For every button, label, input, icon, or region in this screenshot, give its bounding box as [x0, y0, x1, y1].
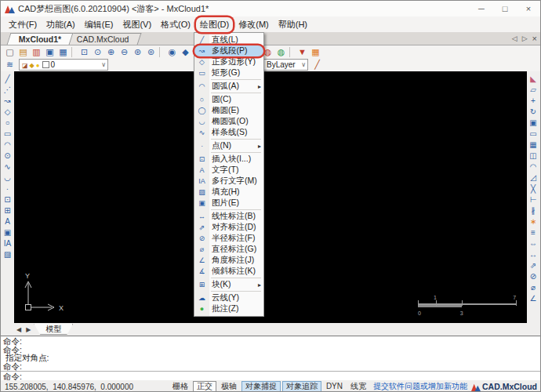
draw-point-icon[interactable]: ∙ — [2, 183, 14, 194]
tab-close-icon[interactable]: × — [532, 34, 537, 43]
status-toggle-DYN[interactable]: DYN — [323, 382, 346, 391]
drawing-canvas[interactable]: Y X 1703 — [14, 71, 527, 323]
new-file-icon[interactable]: ▢ — [3, 46, 16, 58]
dim-radius-icon[interactable]: ⊘ — [527, 271, 539, 282]
draw-menu-item-批注(Z)[interactable]: ●批注(Z) — [194, 303, 263, 314]
draw-menu-item-样条线(S)[interactable]: ∿样条线(S) — [194, 127, 263, 138]
zoom-in-icon[interactable]: ⊕ — [104, 46, 118, 58]
copy-icon[interactable]: ▱ — [527, 85, 539, 96]
draw-spline-icon[interactable]: ∿ — [2, 162, 14, 172]
draw-menu-item-倾斜标注(K)[interactable]: ∡倾斜标注(K) — [194, 266, 263, 277]
web-share-green-icon[interactable]: ◍ — [274, 46, 288, 58]
tab-scroll-left-icon[interactable]: ◁ — [512, 34, 517, 42]
minimize-button[interactable]: ─ — [470, 1, 493, 16]
draw-menu-item-正多边形(Y)[interactable]: ◇正多边形(Y) — [194, 56, 263, 67]
draw-menu-item-直线(L)[interactable]: ╱直线(L) — [194, 34, 263, 45]
break-icon[interactable]: ∦ — [527, 205, 539, 216]
draw-menu-item-半径标注(F)[interactable]: ⊘半径标注(F) — [194, 233, 263, 244]
draw-text-icon[interactable]: A — [2, 216, 14, 227]
draw-menu-item-点(N)[interactable]: ∙点(N)▸ — [194, 140, 263, 151]
save-icon[interactable]: ▣ — [43, 46, 56, 58]
array-icon[interactable]: ▦ — [527, 140, 539, 151]
layout-prev-icon[interactable]: ◀ — [15, 326, 23, 333]
status-toggle-极轴[interactable]: 极轴 — [218, 382, 240, 391]
create-block-icon[interactable]: ⊞ — [2, 205, 14, 216]
draw-mtext-icon[interactable]: IA — [2, 238, 14, 249]
draw-menu-item-填充(H)[interactable]: ▨填充(H) — [194, 187, 263, 198]
trim-icon[interactable]: ╳ — [527, 183, 539, 194]
draw-circle-icon[interactable]: ⊙ — [2, 151, 14, 162]
draw-menu-item-云线(Y)[interactable]: ☁云线(Y) — [194, 292, 263, 303]
document-tab-MxCloud1*[interactable]: MxCloud1* — [7, 33, 74, 45]
draw-menu-item-插入块(I...)[interactable]: ⊡插入块(I...) — [194, 154, 263, 165]
status-toggle-正交[interactable]: 正交 — [193, 381, 216, 392]
close-button[interactable]: × — [517, 1, 540, 16]
menu-item-帮助(H)[interactable]: 帮助(H) — [274, 17, 311, 32]
scale-icon[interactable]: ▣ — [527, 118, 539, 129]
cloud-open-icon[interactable]: ▥ — [30, 46, 43, 58]
draw-menu-item-块(K)[interactable]: ⊞块(K)▸ — [194, 279, 263, 290]
dim-aligned-icon[interactable]: ⇗ — [527, 260, 539, 271]
screenshot-icon[interactable]: ▦ — [309, 46, 322, 58]
draw-xline-icon[interactable]: ⋰ — [2, 85, 14, 96]
lineweight-icon[interactable]: ╱ — [310, 59, 324, 71]
mirror-icon[interactable]: ◫ — [527, 151, 539, 162]
chamfer-icon[interactable]: ◿ — [527, 172, 539, 183]
open-file-icon[interactable]: ▤ — [16, 46, 30, 58]
layer-combobox[interactable]: ◪◆● 0 ∨ — [19, 59, 108, 71]
menu-item-绘图(D)[interactable]: 绘图(D) — [196, 17, 233, 32]
menu-item-文件(F)[interactable]: 文件(F) — [5, 17, 41, 32]
draw-menu-item-直径标注(G)[interactable]: ⌀直径标注(G) — [194, 244, 263, 255]
dim-angular-icon[interactable]: ∠ — [527, 293, 539, 304]
feedback-link[interactable]: 提交软件问题或增加新功能 — [371, 381, 470, 392]
draw-menu-item-对齐标注(D)[interactable]: ⇗对齐标注(D) — [194, 222, 263, 233]
zoom-all-icon[interactable]: ⊚ — [144, 46, 158, 58]
move-icon[interactable]: + — [527, 96, 539, 107]
explode-icon[interactable]: ∗ — [527, 216, 539, 227]
draw-ellipse-icon[interactable]: ○ — [2, 118, 14, 129]
menu-item-视图(V)[interactable]: 视图(V) — [118, 17, 155, 32]
erase-icon[interactable]: ◣ — [527, 74, 539, 85]
status-toggle-对象捕捉[interactable]: 对象捕捉 — [241, 381, 281, 392]
document-tab-CAD.MxCloud[interactable]: CAD.MxCloud — [65, 33, 141, 45]
draw-menu-item-文字(T)[interactable]: A文字(T) — [194, 165, 263, 176]
insert-block-icon[interactable]: ⊡ — [2, 194, 14, 205]
draw-polyline-icon[interactable]: ↝ — [2, 96, 14, 107]
draw-menu-item-图片(E)[interactable]: ▣图片(E) — [194, 198, 263, 209]
dim-linear-icon[interactable]: ↔ — [527, 249, 539, 260]
draw-menu-item-圆(C)[interactable]: ○圆(C) — [194, 94, 263, 105]
layout-next-icon[interactable]: ▶ — [24, 326, 32, 333]
zoom-extents-icon[interactable]: ⊛ — [131, 46, 144, 58]
draw-line-icon[interactable]: ╱ — [2, 74, 14, 85]
insert-image-icon[interactable]: ▣ — [2, 227, 14, 238]
lengthen-icon[interactable]: ⇔ — [527, 238, 539, 249]
menu-item-格式(O)[interactable]: 格式(O) — [157, 17, 194, 32]
dim-diameter-icon[interactable]: ⌀ — [527, 282, 539, 293]
find-icon[interactable]: ◉ — [165, 46, 179, 58]
brush-icon[interactable]: ◆ — [179, 46, 192, 58]
export-pdf-icon[interactable]: ▼ — [296, 46, 309, 58]
draw-ellipse-arc-icon[interactable]: ◡ — [2, 172, 14, 183]
menu-item-功能(A)[interactable]: 功能(A) — [42, 17, 79, 32]
rotate-icon[interactable]: ↻ — [527, 107, 539, 118]
status-toggle-线宽[interactable]: 线宽 — [347, 382, 369, 391]
extend-icon[interactable]: ⊢ — [527, 194, 539, 205]
maximize-button[interactable]: □ — [493, 1, 517, 16]
draw-polygon-icon[interactable]: ◇ — [2, 107, 14, 118]
draw-arc-icon[interactable]: ◠ — [2, 140, 14, 151]
stretch-icon[interactable]: ▭ — [527, 129, 539, 140]
draw-menu-item-圆弧(A)[interactable]: ◠圆弧(A)▸ — [194, 81, 263, 92]
draw-menu-item-角度标注(J)[interactable]: ∠角度标注(J) — [194, 255, 263, 266]
draw-menu-item-多行文字(M)[interactable]: IA多行文字(M) — [194, 176, 263, 187]
zoom-dynamic-icon[interactable]: ⊙ — [91, 46, 104, 58]
draw-menu-item-椭圆(E)[interactable]: ◯椭圆(E) — [194, 105, 263, 116]
draw-menu-item-多线段(P)[interactable]: ↝多线段(P) — [194, 45, 263, 56]
zoom-out-icon[interactable]: ⊖ — [118, 46, 131, 58]
layer-manager-icon[interactable]: ≋ — [3, 59, 16, 71]
tab-model[interactable]: 模型 — [34, 324, 73, 335]
save-all-icon[interactable]: ▦ — [56, 46, 70, 58]
offset-icon[interactable]: ≡ — [527, 227, 539, 238]
draw-rectangle-icon[interactable]: ▭ — [2, 129, 14, 140]
draw-hatch-icon[interactable]: ▨ — [2, 249, 14, 260]
status-toggle-对象追踪[interactable]: 对象追踪 — [282, 381, 321, 392]
